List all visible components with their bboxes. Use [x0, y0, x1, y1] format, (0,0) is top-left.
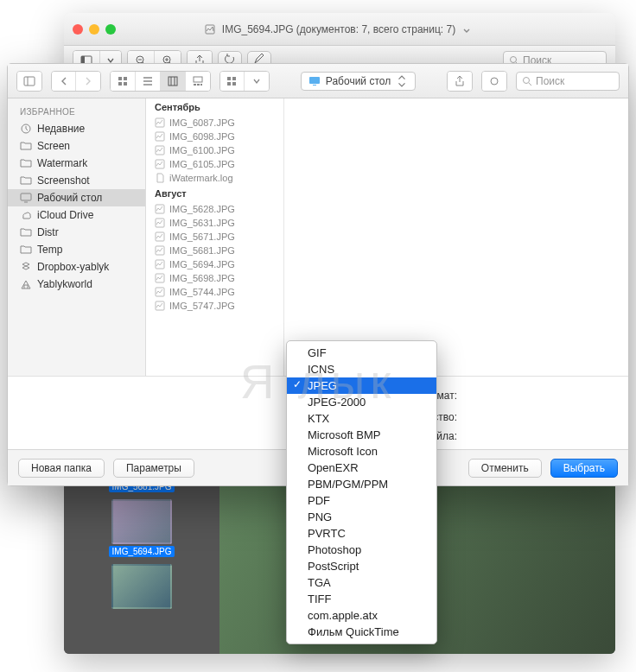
- svg-rect-20: [232, 77, 236, 80]
- file-name: iWatermark.log: [169, 173, 233, 183]
- finder-toolbar: Рабочий стол Поиск: [8, 64, 628, 98]
- thumbnail-image: [111, 564, 172, 609]
- format-option-ktx[interactable]: KTX: [287, 410, 436, 427]
- sidebar-item-label: Watermark: [37, 157, 87, 169]
- file-item[interactable]: IMG_6105.JPG: [146, 157, 283, 171]
- column-view-button[interactable]: [161, 72, 186, 91]
- search-icon: [522, 76, 532, 86]
- format-option-jpeg[interactable]: JPEG: [287, 377, 436, 394]
- sidebar-item-yablykworld[interactable]: Yablykworld: [8, 276, 145, 293]
- choose-button[interactable]: Выбрать: [550, 459, 618, 478]
- sidebar-item-dropbox-yablyk[interactable]: Dropbox-yablyk: [8, 258, 145, 276]
- tags-button[interactable]: [482, 72, 506, 91]
- file-name: IMG_6098.JPG: [169, 131, 235, 142]
- sidebar-item-label: Screenshot: [37, 174, 90, 187]
- finder-search[interactable]: Поиск: [516, 72, 620, 91]
- thumbnail[interactable]: [71, 564, 213, 609]
- nav-buttons: [51, 71, 101, 92]
- format-option-icns[interactable]: ICNS: [287, 361, 436, 377]
- file-item[interactable]: IMG_6087.JPG: [146, 116, 283, 130]
- svg-rect-40: [156, 301, 164, 310]
- share-button[interactable]: [448, 72, 472, 91]
- sidebar-item-temp[interactable]: Temp: [8, 241, 145, 258]
- svg-point-26: [524, 77, 530, 83]
- file-name: IMG_5698.JPG: [169, 273, 235, 283]
- file-item[interactable]: IMG_5671.JPG: [146, 230, 283, 244]
- file-item[interactable]: IMG_5628.JPG: [146, 202, 283, 216]
- group-dropdown-button[interactable]: [245, 72, 269, 91]
- format-option-pvrtc[interactable]: PVRTC: [287, 525, 436, 542]
- quality-slider[interactable]: [464, 409, 611, 425]
- forward-button[interactable]: [76, 72, 100, 91]
- file-item[interactable]: IMG_6100.JPG: [146, 143, 283, 157]
- file-name: IMG_5747.JPG: [169, 301, 235, 311]
- format-option-tga[interactable]: TGA: [287, 574, 436, 591]
- finder-sidebar: Избранное НедавниеScreenWatermarkScreens…: [8, 98, 146, 376]
- icon-view-button[interactable]: [111, 72, 136, 91]
- file-item[interactable]: IMG_5681.JPG: [146, 244, 283, 257]
- format-option-tiff[interactable]: TIFF: [287, 591, 436, 607]
- format-option-photoshop[interactable]: Photoshop: [287, 542, 436, 558]
- sidebar-item-label: iCloud Drive: [37, 209, 93, 221]
- svg-rect-9: [124, 77, 127, 80]
- finder-body: Избранное НедавниеScreenWatermarkScreens…: [8, 98, 628, 376]
- new-folder-button[interactable]: Новая папка: [18, 459, 105, 478]
- sidebar-item-distr[interactable]: Distr: [8, 224, 145, 241]
- format-option-pdf[interactable]: PDF: [287, 492, 436, 509]
- gallery-view-button[interactable]: [186, 72, 210, 91]
- format-option--quicktime[interactable]: Фильм QuickTime: [287, 624, 436, 640]
- file-item[interactable]: IMG_5744.JPG: [146, 285, 283, 299]
- file-name: IMG_5681.JPG: [169, 245, 235, 256]
- format-dropdown-menu: GIFICNSJPEGJPEG-2000KTXMicrosoft BMPMicr…: [286, 340, 437, 644]
- file-name: IMG_5744.JPG: [169, 287, 235, 297]
- file-item[interactable]: IMG_6098.JPG: [146, 130, 283, 143]
- format-option-com-apple-atx[interactable]: com.apple.atx: [287, 607, 436, 624]
- svg-rect-36: [156, 246, 164, 255]
- format-option-pbm-pgm-ppm[interactable]: PBM/PGM/PPM: [287, 476, 436, 492]
- file-name: IMG_6105.JPG: [169, 159, 235, 169]
- file-item[interactable]: IMG_5694.JPG: [146, 257, 283, 271]
- file-column: СентябрьIMG_6087.JPGIMG_6098.JPGIMG_6100…: [146, 98, 284, 376]
- format-option-microsoft-bmp[interactable]: Microsoft BMP: [287, 427, 436, 443]
- format-option-microsoft-icon[interactable]: Microsoft Icon: [287, 443, 436, 460]
- svg-point-5: [511, 56, 517, 62]
- svg-rect-15: [194, 77, 202, 82]
- sidebar-item-рабочий-стол[interactable]: Рабочий стол: [8, 189, 145, 206]
- file-item[interactable]: IMG_5631.JPG: [146, 216, 283, 230]
- path-dropdown[interactable]: Рабочий стол: [301, 72, 416, 91]
- svg-rect-19: [227, 77, 231, 80]
- file-name: IMG_6100.JPG: [169, 145, 235, 155]
- format-dropdown[interactable]: [464, 387, 611, 403]
- format-option-postscript[interactable]: PostScript: [287, 558, 436, 574]
- file-item[interactable]: IMG_5747.JPG: [146, 299, 283, 313]
- group-by-button[interactable]: [220, 72, 245, 91]
- thumbnail[interactable]: IMG_5694.JPG: [71, 499, 213, 557]
- sidebar-item-screenshot[interactable]: Screenshot: [8, 172, 145, 189]
- sidebar-item-недавние[interactable]: Недавние: [8, 120, 145, 137]
- toggle-sidebar-button[interactable]: [17, 72, 41, 91]
- file-item[interactable]: IMG_5698.JPG: [146, 271, 283, 285]
- cancel-button[interactable]: Отменить: [468, 459, 542, 478]
- sidebar-item-watermark[interactable]: Watermark: [8, 155, 145, 172]
- svg-rect-39: [156, 288, 164, 296]
- sidebar-item-label: Temp: [37, 244, 62, 256]
- list-view-button[interactable]: [136, 72, 161, 91]
- sidebar-heading: Избранное: [8, 104, 145, 120]
- format-option-gif[interactable]: GIF: [287, 345, 436, 361]
- svg-rect-17: [197, 84, 200, 86]
- format-option-jpeg-2000[interactable]: JPEG-2000: [287, 394, 436, 410]
- file-name: IMG_5631.JPG: [169, 218, 235, 228]
- search-placeholder: Поиск: [536, 75, 564, 87]
- sidebar-item-label: Distr: [37, 226, 59, 238]
- file-item[interactable]: iWatermark.log: [146, 171, 283, 185]
- file-name: IMG_5694.JPG: [169, 259, 235, 269]
- format-option-openexr[interactable]: OpenEXR: [287, 460, 436, 476]
- options-button[interactable]: Параметры: [113, 459, 194, 478]
- svg-rect-11: [124, 82, 127, 86]
- format-option-png[interactable]: PNG: [287, 509, 436, 525]
- sidebar-item-icloud-drive[interactable]: iCloud Drive: [8, 206, 145, 224]
- back-button[interactable]: [52, 72, 76, 91]
- svg-rect-10: [118, 82, 122, 86]
- sidebar-item-screen[interactable]: Screen: [8, 137, 145, 155]
- svg-rect-16: [194, 84, 196, 86]
